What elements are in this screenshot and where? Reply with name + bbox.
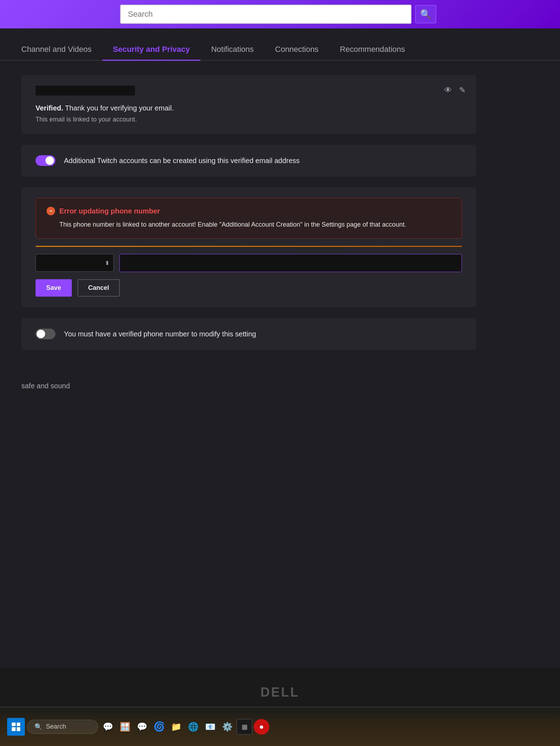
toggle-thumb <box>45 156 54 165</box>
phone-verified-toggle[interactable] <box>36 329 55 339</box>
top-bar: 🔍 <box>0 0 560 28</box>
phone-number-input[interactable] <box>119 254 462 272</box>
tab-channel-and-videos[interactable]: Channel and Videos <box>21 39 102 61</box>
search-container: 🔍 <box>120 5 440 24</box>
content-area: Channel and Videos Security and Privacy … <box>0 28 560 668</box>
tab-notifications[interactable]: Notifications <box>200 39 264 61</box>
windows-icon <box>12 723 20 731</box>
taskbar-edge-icon[interactable]: 🌀 <box>151 719 167 735</box>
email-creation-toggle-section: Additional Twitch accounts can be create… <box>21 145 476 177</box>
nav-tabs: Channel and Videos Security and Privacy … <box>0 28 560 61</box>
taskbar-icons-row: 💬 🪟 💬 🌀 📁 🌐 📧 ⚙️ ▦ ● <box>100 719 269 735</box>
taskbar-search-label: Search <box>46 723 66 730</box>
taskbar-files-icon[interactable]: 📁 <box>168 719 184 735</box>
verified-message: Thank you for verifying your email. <box>63 104 174 112</box>
error-box: − Error updating phone number This phone… <box>36 198 462 239</box>
email-redacted <box>36 86 135 96</box>
settings-content: 👁 ✎ Verified. Thank you for verifying yo… <box>0 61 497 375</box>
show-email-button[interactable]: 👁 <box>444 86 452 95</box>
country-select-wrapper: 🇺🇸 +1 🇬🇧 +44 🇨🇦 +1 🇦🇺 +61 ⬍ <box>36 254 114 272</box>
verified-label: Verified. <box>36 104 63 112</box>
error-header: − Error updating phone number <box>47 207 451 215</box>
taskbar-browser-icon[interactable]: 🌐 <box>185 719 201 735</box>
tab-connections[interactable]: Connections <box>264 39 329 61</box>
taskbar-mail-icon[interactable]: 📧 <box>203 719 218 735</box>
error-body: This phone number is linked to another a… <box>59 220 451 230</box>
taskbar-app1-icon[interactable]: ▦ <box>237 719 252 735</box>
tab-security-and-privacy[interactable]: Security and Privacy <box>102 39 200 61</box>
email-creation-toggle[interactable] <box>36 155 55 166</box>
save-button[interactable]: Save <box>36 279 72 297</box>
taskbar-chat-icon[interactable]: 💬 <box>100 719 116 735</box>
taskbar-chrome-icon[interactable]: ⚙️ <box>220 719 235 735</box>
email-actions: 👁 ✎ <box>444 86 465 95</box>
taskbar-msg-icon[interactable]: 💬 <box>134 719 150 735</box>
email-creation-label: Additional Twitch accounts can be create… <box>64 156 300 166</box>
action-buttons: Save Cancel <box>36 279 462 297</box>
search-button[interactable]: 🔍 <box>415 5 436 23</box>
email-section: 👁 ✎ Verified. Thank you for verifying yo… <box>21 75 476 134</box>
error-icon: − <box>47 207 55 215</box>
phone-section: − Error updating phone number This phone… <box>21 187 476 307</box>
edit-email-button[interactable]: ✎ <box>459 86 465 95</box>
taskbar-search-icon: 🔍 <box>34 723 42 731</box>
phone-toggle-track <box>36 329 55 339</box>
orange-divider <box>36 246 462 247</box>
search-input[interactable] <box>120 5 411 24</box>
cancel-button[interactable]: Cancel <box>77 279 120 297</box>
verified-text: Verified. Thank you for verifying your e… <box>36 104 462 112</box>
phone-toggle-thumb <box>37 330 45 338</box>
toggle-track <box>36 155 55 166</box>
phone-verified-toggle-section: You must have a verified phone number to… <box>21 318 476 350</box>
footer-text: safe and sound <box>0 375 560 397</box>
linked-message: This email is linked to your account. <box>36 116 462 123</box>
taskbar-app2-icon[interactable]: ● <box>254 719 269 735</box>
tab-recommendations[interactable]: Recommendations <box>329 39 415 61</box>
start-button[interactable] <box>7 718 25 736</box>
taskbar-store-icon[interactable]: 🪟 <box>117 719 133 735</box>
taskbar-search[interactable]: 🔍 Search <box>27 720 98 734</box>
phone-input-row: 🇺🇸 +1 🇬🇧 +44 🇨🇦 +1 🇦🇺 +61 ⬍ <box>36 254 462 272</box>
taskbar: 🔍 Search 💬 🪟 💬 🌀 📁 🌐 📧 ⚙️ ▦ ● <box>0 707 560 746</box>
error-title: Error updating phone number <box>59 207 160 215</box>
phone-verified-label: You must have a verified phone number to… <box>64 329 256 339</box>
dell-logo: DELL <box>260 685 300 700</box>
country-select[interactable]: 🇺🇸 +1 🇬🇧 +44 🇨🇦 +1 🇦🇺 +61 <box>36 254 114 272</box>
